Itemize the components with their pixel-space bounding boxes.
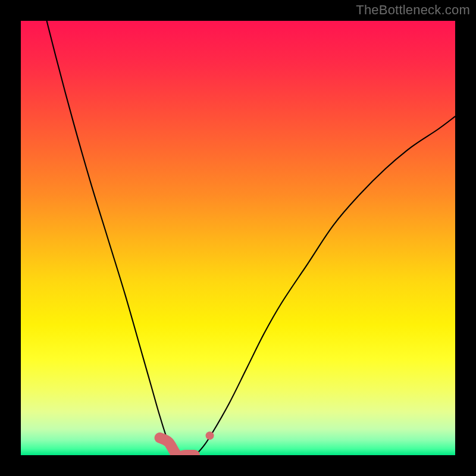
plot-area xyxy=(21,21,455,455)
highlight-marker-dot xyxy=(206,431,214,440)
optimal-zone-highlight xyxy=(160,438,195,455)
watermark-text: TheBottleneck.com xyxy=(356,2,470,18)
chart-frame: TheBottleneck.com xyxy=(0,0,476,476)
bottleneck-curve xyxy=(21,21,455,455)
data-curves xyxy=(21,21,455,455)
